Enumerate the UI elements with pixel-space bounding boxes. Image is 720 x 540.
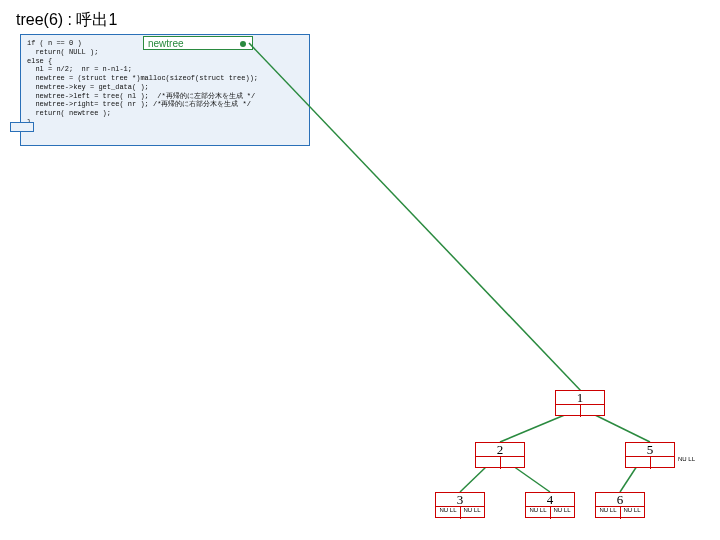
- left-ptr-cell: [626, 456, 651, 469]
- indent-marker: [10, 122, 34, 132]
- right-null-cell: NU LL: [550, 506, 574, 519]
- pointer-dot-icon: [240, 41, 246, 47]
- tree-node-4: 4 NU LL NU LL: [525, 492, 575, 518]
- source-code-box: if ( n == 0 ) return( NULL ); else { nl …: [20, 34, 310, 146]
- left-null-cell: NU LL: [596, 506, 621, 519]
- svg-line-2: [593, 414, 650, 442]
- svg-line-1: [500, 414, 567, 442]
- newtree-pointer-box: newtree: [143, 36, 253, 50]
- right-ptr-cell: [580, 404, 604, 417]
- right-ptr-cell: [500, 456, 524, 469]
- svg-line-5: [620, 466, 637, 492]
- right-null-cell: [650, 456, 674, 469]
- node-key: 4: [526, 493, 574, 507]
- node-key: 5: [626, 443, 674, 457]
- page-title: tree(6) : 呼出1: [16, 10, 117, 31]
- left-null-cell: NU LL: [526, 506, 551, 519]
- tree-node-1: 1: [555, 390, 605, 416]
- left-ptr-cell: [556, 404, 581, 417]
- tree-node-5: 5: [625, 442, 675, 468]
- node-key: 2: [476, 443, 524, 457]
- tree-node-3: 3 NU LL NU LL: [435, 492, 485, 518]
- tree-node-2: 2: [475, 442, 525, 468]
- null-label: NU LL: [678, 456, 695, 462]
- node-key: 6: [596, 493, 644, 507]
- left-ptr-cell: [476, 456, 501, 469]
- right-null-cell: NU LL: [620, 506, 644, 519]
- left-null-cell: NU LL: [436, 506, 461, 519]
- newtree-label: newtree: [148, 38, 184, 49]
- svg-line-4: [513, 466, 550, 492]
- svg-line-3: [460, 466, 487, 492]
- tree-node-6: 6 NU LL NU LL: [595, 492, 645, 518]
- right-null-cell: NU LL: [460, 506, 484, 519]
- node-key: 1: [556, 391, 604, 405]
- node-key: 3: [436, 493, 484, 507]
